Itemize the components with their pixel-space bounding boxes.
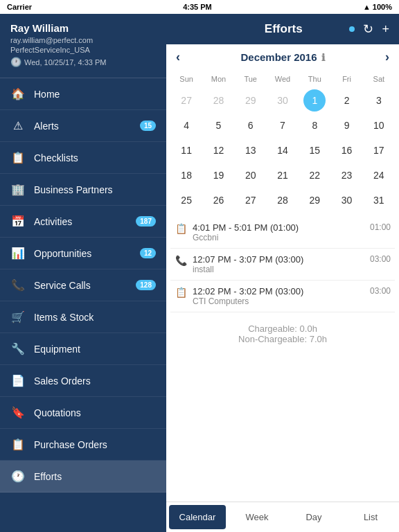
tab-day[interactable]: Day: [285, 502, 342, 532]
event-duration: 03:00: [370, 254, 391, 264]
sidebar-item-items-stock[interactable]: 🛒 Items & Stock: [0, 301, 166, 333]
business-partners-icon: 🏢: [10, 183, 26, 196]
bottom-tabs: CalendarWeekDayList: [166, 502, 399, 532]
service-calls-badge: 128: [136, 280, 156, 290]
calendar-day[interactable]: 19: [212, 163, 226, 188]
event-body: 4:01 PM - 5:01 PM (01:00) Gccbni: [193, 222, 364, 242]
event-item[interactable]: 📋 12:02 PM - 3:02 PM (03:00) CTI Compute…: [170, 281, 395, 312]
service-calls-label: Service Calls: [34, 280, 136, 291]
tab-week[interactable]: Week: [229, 502, 285, 532]
quotations-icon: 🔖: [10, 406, 26, 419]
non-chargeable-summary: Non-Chargeable: 7.0h: [176, 334, 389, 344]
weekday-wed: Wed: [267, 73, 299, 85]
calendar-day[interactable]: 28: [212, 88, 226, 113]
weekday-mon: Mon: [202, 73, 234, 85]
calendar-day[interactable]: 16: [340, 138, 354, 163]
calendar-day[interactable]: 14: [276, 138, 290, 163]
calendar-nav: ‹ December 2016 ℹ ›: [166, 44, 399, 70]
event-time: 12:02 PM - 3:02 PM (03:00): [193, 286, 364, 296]
calendar-day[interactable]: 24: [372, 163, 386, 188]
calendar-day[interactable]: 12: [212, 138, 226, 163]
calendar-day[interactable]: 13: [244, 138, 258, 163]
calendar-day[interactable]: 28: [276, 188, 290, 213]
sidebar-item-opportunities[interactable]: 📊 Opportunities 12: [0, 238, 166, 269]
calendar-day[interactable]: 5: [215, 113, 223, 138]
event-type-icon: 📋: [175, 223, 187, 234]
battery-label: ▲ 100%: [363, 3, 392, 11]
equipment-label: Equipment: [34, 344, 156, 355]
event-body: 12:02 PM - 3:02 PM (03:00) CTI Computers: [193, 286, 364, 306]
sidebar-item-checklists[interactable]: 📋 Checklists: [0, 142, 166, 174]
user-company: PerfectServiceInc_USA: [10, 46, 156, 54]
calendar-day[interactable]: 18: [179, 163, 193, 188]
calendar-day[interactable]: 29: [308, 188, 321, 213]
refresh-icon[interactable]: ↻: [363, 21, 373, 37]
weekday-headers: SunMonTueWedThuFriSat: [170, 70, 395, 88]
weekday-fri: Fri: [330, 73, 362, 85]
calendar-day[interactable]: 25: [179, 188, 193, 213]
event-item[interactable]: 📞 12:07 PM - 3:07 PM (03:00) install 03:…: [170, 249, 395, 281]
items-stock-icon: 🛒: [10, 310, 26, 323]
calendar-day[interactable]: 21: [276, 163, 290, 188]
calendar-day[interactable]: 29: [244, 88, 258, 113]
efforts-label: Efforts: [34, 471, 156, 482]
calendar-day[interactable]: 23: [340, 163, 354, 188]
main-header: Efforts ↻ +: [166, 14, 399, 44]
sidebar-item-sales-orders[interactable]: 📄 Sales Orders: [0, 365, 166, 397]
event-sub: Gccbni: [193, 233, 364, 242]
calendar-days: 2728293012345678910111213141516171819202…: [170, 88, 395, 213]
chargeable-summary: Chargeable: 0.0h: [176, 323, 389, 334]
summary-row: Chargeable: 0.0h Non-Chargeable: 7.0h: [166, 317, 399, 351]
sidebar-item-business-partners[interactable]: 🏢 Business Partners: [0, 174, 166, 206]
sidebar-item-quotations[interactable]: 🔖 Quotations: [0, 397, 166, 429]
event-duration: 01:00: [370, 222, 391, 232]
calendar-day[interactable]: 7: [278, 113, 287, 138]
sidebar-item-efforts[interactable]: 🕐 Efforts: [0, 461, 166, 493]
sidebar-item-alerts[interactable]: ⚠ Alerts 15: [0, 110, 166, 142]
event-sub: CTI Computers: [193, 296, 364, 306]
calendar-day[interactable]: 15: [308, 138, 321, 163]
calendar-day[interactable]: 8: [310, 113, 319, 138]
efforts-icon: 🕐: [10, 470, 26, 483]
calendar-day[interactable]: 3: [375, 88, 383, 113]
calendar-day[interactable]: 30: [340, 188, 354, 213]
weekday-tue: Tue: [235, 73, 267, 85]
tab-list[interactable]: List: [342, 502, 399, 532]
alerts-badge: 15: [140, 121, 156, 131]
sidebar-item-service-calls[interactable]: 📞 Service Calls 128: [0, 269, 166, 301]
info-icon[interactable]: ℹ: [321, 52, 325, 63]
calendar-day[interactable]: 26: [212, 188, 226, 213]
event-item[interactable]: 📋 4:01 PM - 5:01 PM (01:00) Gccbni 01:00: [170, 217, 395, 249]
weekday-sun: Sun: [170, 73, 202, 85]
calendar-day[interactable]: 4: [182, 113, 190, 138]
calendar-day[interactable]: 30: [276, 88, 290, 113]
calendar-day[interactable]: 10: [372, 113, 386, 138]
add-icon[interactable]: +: [382, 22, 389, 37]
activities-badge: 187: [136, 216, 156, 227]
calendar-day[interactable]: 1: [303, 89, 326, 112]
calendar-day[interactable]: 11: [179, 138, 193, 163]
sidebar-item-activities[interactable]: 📅 Activities 187: [0, 206, 166, 238]
business-partners-label: Business Partners: [34, 184, 156, 195]
calendar-day[interactable]: 20: [244, 163, 258, 188]
calendar-day[interactable]: 2: [343, 88, 351, 113]
calendar-day[interactable]: 9: [343, 113, 351, 138]
sidebar-item-purchase-orders[interactable]: 📋 Purchase Orders: [0, 429, 166, 461]
calendar-day[interactable]: 6: [247, 113, 255, 138]
opportunities-label: Opportunities: [34, 248, 140, 259]
calendar-day[interactable]: 27: [179, 88, 193, 113]
calendar-day[interactable]: 27: [244, 188, 258, 213]
calendar-day[interactable]: 31: [372, 188, 386, 213]
calendar-day[interactable]: 22: [308, 163, 321, 188]
event-time: 12:07 PM - 3:07 PM (03:00): [193, 254, 364, 265]
sidebar-item-equipment[interactable]: 🔧 Equipment: [0, 333, 166, 365]
next-month-button[interactable]: ›: [385, 50, 389, 64]
weekday-thu: Thu: [299, 73, 330, 85]
calendar-day[interactable]: 17: [372, 138, 386, 163]
tab-calendar[interactable]: Calendar: [169, 505, 226, 529]
purchase-orders-icon: 📋: [10, 438, 26, 451]
opportunities-badge: 12: [140, 248, 156, 258]
sidebar-item-home[interactable]: 🏠 Home: [0, 78, 166, 110]
checklists-label: Checklists: [34, 152, 156, 163]
prev-month-button[interactable]: ‹: [176, 50, 180, 64]
